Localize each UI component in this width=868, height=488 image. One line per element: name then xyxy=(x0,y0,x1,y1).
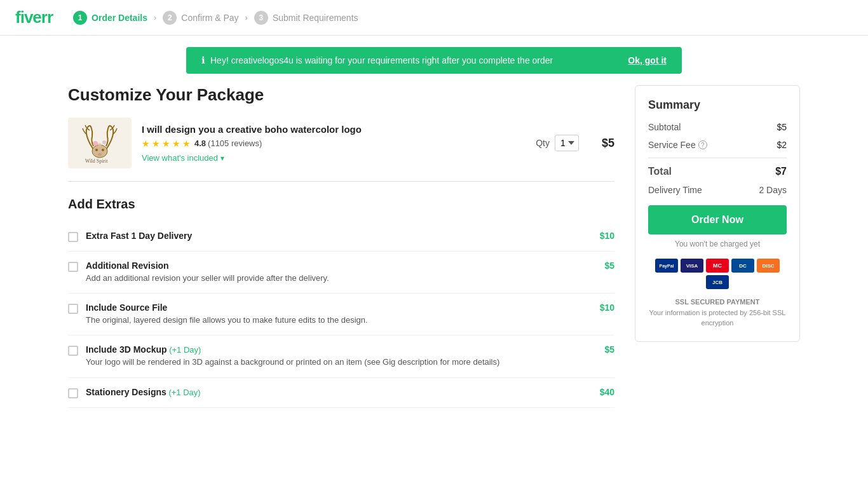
extra-checkbox-4[interactable] xyxy=(68,346,78,356)
extra-checkbox-3[interactable] xyxy=(68,304,78,314)
extra-name-4: Include 3D Mockup (+1 Day) xyxy=(86,344,201,355)
extra-item-5: Stationery Designs (+1 Day) $40 xyxy=(68,378,614,408)
extra-price-3: $10 xyxy=(592,302,614,313)
extras-section: Add Extras Extra Fast 1 Day Delivery $10… xyxy=(68,197,614,408)
extra-tag-5: (+1 Day) xyxy=(166,388,201,397)
diners-icon: DC xyxy=(731,259,754,273)
summary-card: Summary Subtotal $5 Service Fee ? $2 Tot… xyxy=(635,85,800,342)
delivery-row: Delivery Time 2 Days xyxy=(648,185,787,195)
svg-text:Wild Spirit: Wild Spirit xyxy=(85,158,108,164)
product-info: I will design you a creative boho waterc… xyxy=(142,124,526,163)
product-title: I will design you a creative boho waterc… xyxy=(142,124,526,135)
main-container: Customize Your Package xyxy=(53,85,815,408)
svg-point-6 xyxy=(98,143,102,147)
extra-item-1: Extra Fast 1 Day Delivery $10 xyxy=(68,222,614,252)
extra-checkbox-1[interactable] xyxy=(68,232,78,242)
page-title: Customize Your Package xyxy=(68,85,614,105)
product-thumbnail: Wild Spirit xyxy=(71,121,128,165)
summary-subtotal-row: Subtotal $5 xyxy=(648,122,787,132)
extra-name-3: Include Source File xyxy=(86,302,167,313)
ssl-text: SSL SECURED PAYMENT Your information is … xyxy=(648,297,787,329)
extra-content-3: Include Source File The original, layere… xyxy=(86,302,585,326)
info-icon: ℹ xyxy=(201,55,205,66)
extra-price-1: $10 xyxy=(592,231,614,241)
chevron-down-icon: ▾ xyxy=(220,154,224,163)
extras-title: Add Extras xyxy=(68,197,614,212)
summary-divider xyxy=(648,158,787,158)
left-panel: Customize Your Package xyxy=(68,85,614,408)
extra-desc-4: Your logo will be rendered in 3D against… xyxy=(86,356,585,368)
qty-label: Qty xyxy=(536,138,550,148)
extra-content-5: Stationery Designs (+1 Day) xyxy=(86,387,585,397)
step-2-label: Confirm & Pay xyxy=(181,13,238,23)
star-2: ★ xyxy=(152,139,160,149)
product-row: Wild Spirit I will design you a creative… xyxy=(68,118,614,182)
step-2[interactable]: 2 Confirm & Pay xyxy=(163,11,238,25)
star-3: ★ xyxy=(162,139,170,149)
extra-name-2: Additional Revision xyxy=(86,261,169,271)
extra-name-1: Extra Fast 1 Day Delivery xyxy=(86,231,192,241)
subtotal-label: Subtotal xyxy=(648,122,681,132)
no-charge-text: You won't be charged yet xyxy=(648,240,787,248)
extra-checkbox-2[interactable] xyxy=(68,262,78,272)
extra-content-2: Additional Revision Add an additional re… xyxy=(86,261,585,284)
view-included-link[interactable]: View what's included xyxy=(142,153,218,163)
extra-item-3: Include Source File The original, layere… xyxy=(68,294,614,336)
extra-price-2: $5 xyxy=(592,261,614,271)
extra-name-5: Stationery Designs (+1 Day) xyxy=(86,387,201,397)
product-price: $5 xyxy=(589,137,614,150)
ssl-desc: Your information is protected by 256-bit… xyxy=(648,308,787,329)
right-panel: Summary Subtotal $5 Service Fee ? $2 Tot… xyxy=(635,85,800,408)
extra-item-4: Include 3D Mockup (+1 Day) Your logo wil… xyxy=(68,336,614,377)
step-3-num: 3 xyxy=(254,11,268,25)
total-value: $7 xyxy=(775,166,787,177)
step-1-label: Order Details xyxy=(92,13,147,23)
arrow-1: › xyxy=(154,13,156,22)
product-rating: ★ ★ ★ ★ ★ 4.8 (1105 reviews) xyxy=(142,139,526,149)
star-1: ★ xyxy=(142,139,150,149)
step-3-label: Submit Requirements xyxy=(273,13,358,23)
quantity-section: Qty 1 2 3 4 5 xyxy=(536,135,579,151)
service-fee-label: Service Fee ? xyxy=(648,140,707,150)
header: fiverr 1 Order Details › 2 Confirm & Pay… xyxy=(0,0,868,36)
extra-checkbox-5[interactable] xyxy=(68,388,78,398)
extra-item-2: Additional Revision Add an additional re… xyxy=(68,252,614,294)
arrow-2: › xyxy=(245,13,248,22)
extra-desc-2: Add an additional revision your seller w… xyxy=(86,273,585,284)
service-fee-value: $2 xyxy=(776,140,787,150)
extra-price-4: $5 xyxy=(592,344,614,355)
paypal-icon: PayPal xyxy=(655,259,678,273)
mastercard-icon: MC xyxy=(706,259,729,273)
extra-content-4: Include 3D Mockup (+1 Day) Your logo wil… xyxy=(86,344,585,368)
rating-number: 4.8 xyxy=(194,139,206,148)
total-label: Total xyxy=(648,166,672,177)
svg-point-5 xyxy=(102,140,106,144)
subtotal-value: $5 xyxy=(776,122,787,132)
service-fee-info-icon[interactable]: ? xyxy=(698,140,707,149)
visa-icon: VISA xyxy=(681,259,703,273)
step-3[interactable]: 3 Submit Requirements xyxy=(254,11,358,25)
svg-point-1 xyxy=(95,149,98,151)
summary-service-fee-row: Service Fee ? $2 xyxy=(648,140,787,150)
extra-tag-4: (+1 Day) xyxy=(167,345,201,355)
discover-icon: DISC xyxy=(757,259,780,273)
step-2-num: 2 xyxy=(163,11,177,25)
step-1-num: 1 xyxy=(73,11,87,25)
banner-message: ℹ Hey! creativelogos4u is waiting for yo… xyxy=(201,55,553,66)
banner-cta[interactable]: Ok, got it xyxy=(628,55,667,65)
delivery-label: Delivery Time xyxy=(648,185,702,195)
svg-point-3 xyxy=(98,153,102,156)
summary-total-row: Total $7 xyxy=(648,166,787,177)
info-banner: ℹ Hey! creativelogos4u is waiting for yo… xyxy=(186,47,682,74)
star-4: ★ xyxy=(172,139,180,149)
delivery-value: 2 Days xyxy=(759,185,787,195)
steps-nav: 1 Order Details › 2 Confirm & Pay › 3 Su… xyxy=(73,11,358,25)
extra-content-1: Extra Fast 1 Day Delivery xyxy=(86,231,585,241)
extra-price-5: $40 xyxy=(592,387,614,397)
star-5: ★ xyxy=(182,139,191,149)
quantity-select[interactable]: 1 2 3 4 5 xyxy=(555,135,579,151)
order-now-button[interactable]: Order Now xyxy=(648,205,787,234)
review-count: (1105 reviews) xyxy=(208,139,262,148)
step-1[interactable]: 1 Order Details xyxy=(73,11,147,25)
extra-desc-3: The original, layered design file allows… xyxy=(86,315,585,326)
